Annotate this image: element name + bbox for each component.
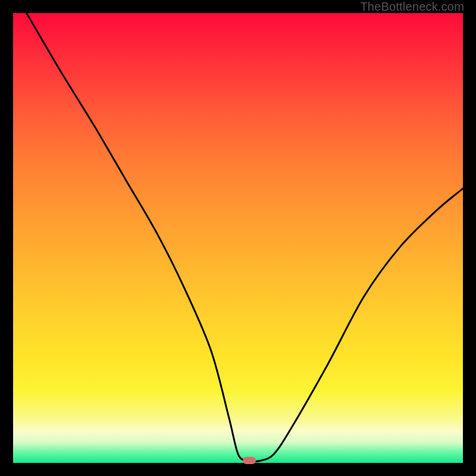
plot-area <box>13 13 463 463</box>
watermark-text: TheBottleneck.com <box>360 0 464 14</box>
chart-frame: TheBottleneck.com <box>0 0 476 476</box>
optimum-marker <box>243 457 256 464</box>
curve-path <box>27 13 463 462</box>
bottleneck-curve <box>13 13 463 463</box>
